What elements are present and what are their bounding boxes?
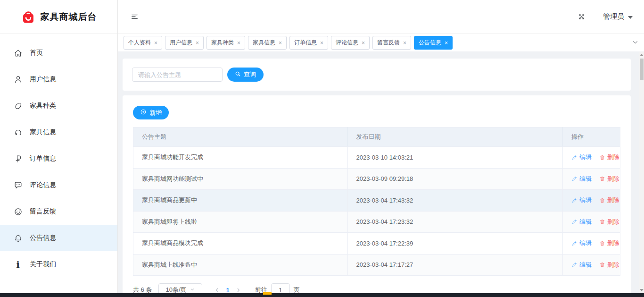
header-right-cluster: 管理员 <box>578 12 644 21</box>
menu-fold-icon[interactable] <box>131 13 139 21</box>
cell-actions: 编辑 删除 <box>563 211 620 233</box>
tab-close-icon[interactable]: × <box>403 40 406 46</box>
smiley-icon <box>13 207 23 216</box>
tab-close-icon[interactable]: × <box>154 40 157 46</box>
delete-button[interactable]: 删除 <box>599 196 619 204</box>
tab-close-icon[interactable]: × <box>237 40 240 46</box>
bottom-edge-bar <box>0 293 644 297</box>
scroll-up-arrow[interactable] <box>640 54 644 56</box>
app-title: 家具商城后台 <box>41 11 97 23</box>
edit-button[interactable]: 编辑 <box>571 239 592 247</box>
scrollbar-thumb[interactable] <box>640 59 644 80</box>
delete-button[interactable]: 删除 <box>599 261 619 269</box>
trash-icon <box>599 176 605 182</box>
edit-button[interactable]: 编辑 <box>571 175 592 183</box>
sidebar-item-orders[interactable]: 订单信息 <box>0 145 117 172</box>
edit-button[interactable]: 编辑 <box>571 153 592 161</box>
cell-subject: 家具商城上线准备中 <box>133 254 348 276</box>
edit-button[interactable]: 编辑 <box>571 261 592 269</box>
table-header-row: 公告主题发布日期操作 <box>133 127 620 147</box>
table-row: 家具商城上线准备中 2023-03-04 17:17:27 编辑 删除 <box>133 254 620 276</box>
fullscreen-icon[interactable] <box>578 13 585 20</box>
sidebar-item-furniture-category[interactable]: 家具种类 <box>0 93 117 119</box>
sidebar-item-label: 留言反馈 <box>30 207 56 216</box>
cell-date: 2023-03-10 14:03:21 <box>347 147 563 169</box>
sidebar-item-feedback[interactable]: 留言反馈 <box>0 198 117 225</box>
admin-label: 管理员 <box>603 12 624 21</box>
cell-subject: 家具商城即将上线啦 <box>133 211 348 233</box>
edit-pencil-icon <box>571 240 578 246</box>
table-row: 家具商城商品模块完成 2023-03-04 17:22:39 编辑 删除 <box>133 233 620 255</box>
sidebar-item-announcements[interactable]: 公告信息 <box>0 225 117 251</box>
edit-button[interactable]: 编辑 <box>571 218 592 226</box>
bell-icon <box>13 233 23 243</box>
cell-subject: 家具商城功能开发完成 <box>133 147 348 169</box>
tab-家具信息[interactable]: 家具信息 × <box>248 36 287 50</box>
delete-button[interactable]: 删除 <box>599 153 619 161</box>
tab-评论信息[interactable]: 评论信息 × <box>331 36 370 50</box>
next-page-button[interactable] <box>231 287 246 294</box>
search-card: 查询 <box>123 59 631 91</box>
cell-actions: 编辑 删除 <box>563 190 620 212</box>
scroll-down-arrow[interactable] <box>640 289 644 291</box>
vertical-scrollbar[interactable] <box>639 52 644 293</box>
top-header: 管理员 <box>118 0 644 34</box>
delete-button[interactable]: 删除 <box>599 218 619 226</box>
tab-家具种类[interactable]: 家具种类 × <box>206 36 245 50</box>
taskbar-notch <box>263 292 272 295</box>
tab-公告信息[interactable]: 公告信息 × <box>414 36 453 50</box>
sidebar-item-furniture-info[interactable]: 家具信息 <box>0 119 117 145</box>
sidebar-item-users[interactable]: 用户信息 <box>0 66 117 93</box>
cell-actions: 编辑 删除 <box>563 254 620 276</box>
tabs-chevron-down-icon[interactable] <box>631 38 639 46</box>
tab-留言反馈[interactable]: 留言反馈 × <box>372 36 411 50</box>
sidebar-item-comments[interactable]: 评论信息 <box>0 172 117 198</box>
delete-button[interactable]: 删除 <box>599 175 619 183</box>
sidebar-item-label: 订单信息 <box>30 154 56 163</box>
tab-label: 家具种类 <box>211 39 234 47</box>
content: 查询 新增 公告主题发布日期操作 家具商城功能开发完成 2023-03-10 1… <box>118 52 644 293</box>
edit-pencil-icon <box>571 197 578 204</box>
tab-label: 订单信息 <box>294 39 317 47</box>
sidebar-item-label: 家具种类 <box>30 102 56 110</box>
page-size-label: 10条/页 <box>165 286 186 293</box>
table-row: 家具商城商品更新中 2023-03-04 17:43:32 编辑 删除 <box>133 190 620 212</box>
tabbar: 个人资料 × 用户信息 × 家具种类 × 家具信息 × 订单信息 × 评论信息 … <box>118 34 644 52</box>
sidebar-item-home[interactable]: 首页 <box>0 40 117 66</box>
tab-个人资料[interactable]: 个人资料 × <box>124 36 162 50</box>
prev-page-button[interactable] <box>210 287 224 294</box>
comment-icon <box>13 180 23 190</box>
current-page[interactable]: 1 <box>226 287 229 294</box>
tab-close-icon[interactable]: × <box>279 40 282 46</box>
cell-date: 2023-03-04 17:23:32 <box>347 211 563 233</box>
edit-button[interactable]: 编辑 <box>571 196 592 204</box>
shopping-bag-logo-icon <box>21 9 36 25</box>
search-input[interactable] <box>132 68 223 82</box>
column-header: 发布日期 <box>347 127 563 147</box>
delete-button[interactable]: 删除 <box>599 239 619 247</box>
tab-label: 公告信息 <box>419 39 441 47</box>
cell-actions: 编辑 删除 <box>563 233 620 255</box>
cell-subject: 家具商城网功能测试中 <box>133 168 348 190</box>
goto-page-input[interactable] <box>271 283 290 293</box>
trash-icon <box>599 262 605 268</box>
table-body: 家具商城功能开发完成 2023-03-10 14:03:21 编辑 删除 家具商… <box>133 147 620 276</box>
tab-用户信息[interactable]: 用户信息 × <box>165 36 204 50</box>
tab-close-icon[interactable]: × <box>362 40 365 46</box>
announcement-card: 新增 公告主题发布日期操作 家具商城功能开发完成 2023-03-10 14:0… <box>123 95 631 293</box>
table-row: 家具商城功能开发完成 2023-03-10 14:03:21 编辑 删除 <box>133 147 620 169</box>
tab-订单信息[interactable]: 订单信息 × <box>289 36 328 50</box>
sidebar-item-about[interactable]: i 关于我们 <box>0 251 117 278</box>
query-button[interactable]: 查询 <box>227 68 264 82</box>
tab-close-icon[interactable]: × <box>196 40 199 46</box>
tab-close-icon[interactable]: × <box>445 40 448 46</box>
info-icon: i <box>13 260 23 269</box>
tab-close-icon[interactable]: × <box>320 40 323 46</box>
page-size-select[interactable]: 10条/页 <box>158 283 202 293</box>
trash-icon <box>599 197 605 204</box>
tab-label: 个人资料 <box>128 39 151 47</box>
tab-label: 评论信息 <box>336 39 358 47</box>
admin-dropdown[interactable]: 管理员 <box>603 12 633 21</box>
total-count: 共 6 条 <box>133 286 152 293</box>
add-button[interactable]: 新增 <box>133 106 169 119</box>
